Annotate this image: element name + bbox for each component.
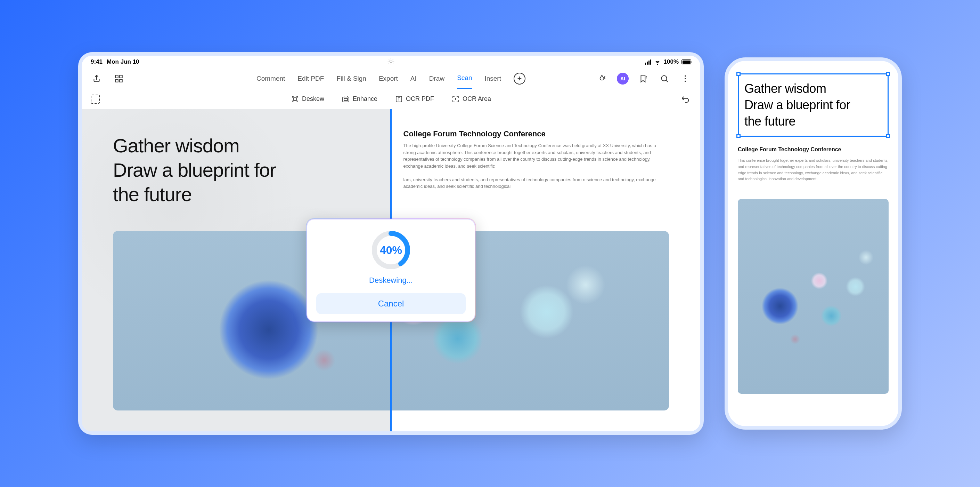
enhance-button[interactable]: Enhance <box>342 95 377 103</box>
tab-ai[interactable]: AI <box>410 75 417 89</box>
tab-edit-pdf[interactable]: Edit PDF <box>298 75 324 89</box>
progress-status: Deskewing... <box>369 276 413 285</box>
text-selection-box[interactable]: Gather wisdom Draw a blueprint for the f… <box>738 73 889 137</box>
grid-icon[interactable] <box>113 73 125 85</box>
selection-tool-icon[interactable] <box>91 94 100 104</box>
svg-point-7 <box>685 78 686 79</box>
progress-dialog: 40% Deskewing... Cancel <box>306 218 476 323</box>
ocr-pdf-icon <box>395 95 403 103</box>
doc-headline: Gather wisdom Draw a blueprint for the f… <box>113 134 276 207</box>
svg-point-5 <box>661 75 667 81</box>
svg-rect-9 <box>294 98 296 101</box>
svg-point-8 <box>685 80 686 82</box>
phone-subheading: College Forum Technology Conference <box>738 147 889 153</box>
cancel-button[interactable]: Cancel <box>316 293 466 314</box>
battery-percent: 100% <box>664 58 679 65</box>
ink-icon[interactable] <box>596 73 608 85</box>
svg-point-6 <box>685 75 686 77</box>
tab-scan[interactable]: Scan <box>457 74 472 89</box>
svg-rect-4 <box>119 79 123 82</box>
search-icon[interactable] <box>659 73 670 85</box>
ocr-area-button[interactable]: OCR Area <box>452 95 491 103</box>
deskew-button[interactable]: Deskew <box>291 95 324 103</box>
phone-headline: Gather wisdom Draw a blueprint for the f… <box>745 81 882 129</box>
progress-ring: 40% <box>370 229 412 271</box>
undo-icon[interactable] <box>679 93 691 105</box>
status-time: 9:41 <box>91 58 102 65</box>
svg-rect-11 <box>344 99 347 101</box>
battery-icon <box>681 59 691 64</box>
wifi-icon <box>654 58 661 65</box>
status-bar: 9:41 Mon Jun 10 100% <box>82 56 700 68</box>
more-icon[interactable] <box>679 73 691 85</box>
phone-device: Gather wisdom Draw a blueprint for the f… <box>725 57 902 430</box>
bookmark-icon[interactable] <box>638 73 649 85</box>
deskew-label: Deskew <box>302 95 324 103</box>
ocr-area-label: OCR Area <box>463 95 491 103</box>
selection-handle-tl[interactable] <box>737 72 741 76</box>
ocr-pdf-label: OCR PDF <box>406 95 434 103</box>
phone-body-text: This conference brought together experts… <box>738 158 889 182</box>
tab-insert[interactable]: Insert <box>484 75 501 89</box>
progress-percent: 40% <box>370 229 412 271</box>
share-icon[interactable] <box>91 73 102 85</box>
phone-image <box>738 199 889 394</box>
cellular-icon <box>645 59 651 65</box>
document-canvas[interactable]: Gather wisdom Draw a blueprint for the f… <box>82 109 700 431</box>
doc-subheading: College Forum Technology Conference <box>404 129 546 139</box>
svg-rect-1 <box>115 75 118 78</box>
doc-body: The high-profile University College Foru… <box>404 142 669 190</box>
deskew-icon <box>291 95 299 103</box>
add-button[interactable]: + <box>514 73 525 85</box>
svg-rect-10 <box>343 97 349 102</box>
tab-draw[interactable]: Draw <box>429 75 444 89</box>
ocr-area-icon <box>452 95 460 103</box>
status-date: Mon Jun 10 <box>107 58 139 65</box>
tablet-device: 9:41 Mon Jun 10 100% Comment Edit PDF F <box>78 52 704 435</box>
selection-handle-br[interactable] <box>886 134 890 138</box>
enhance-icon <box>342 95 350 103</box>
selection-handle-tr[interactable] <box>886 72 890 76</box>
svg-point-0 <box>390 60 392 62</box>
tab-fill-sign[interactable]: Fill & Sign <box>336 75 366 89</box>
tab-comment[interactable]: Comment <box>256 75 285 89</box>
main-toolbar: Comment Edit PDF Fill & Sign Export AI D… <box>82 68 700 89</box>
brightness-icon <box>387 57 395 67</box>
svg-rect-3 <box>115 79 118 82</box>
ai-badge[interactable]: AI <box>617 73 628 85</box>
svg-rect-2 <box>119 75 123 78</box>
scan-toolbar: Deskew Enhance OCR PDF OCR Area <box>82 89 700 109</box>
enhance-label: Enhance <box>353 95 377 103</box>
selection-handle-bl[interactable] <box>737 134 741 138</box>
tab-export[interactable]: Export <box>379 75 398 89</box>
ocr-pdf-button[interactable]: OCR PDF <box>395 95 434 103</box>
